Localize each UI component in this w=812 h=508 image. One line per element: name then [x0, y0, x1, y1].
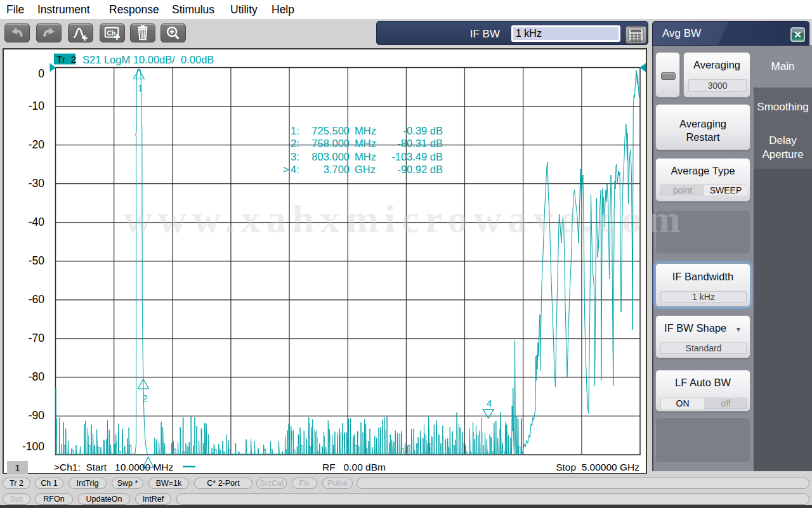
svg-text:GHz: GHz — [355, 164, 376, 175]
svg-text:0: 0 — [38, 67, 44, 80]
svg-text:RF 0.00 dBm: RF 0.00 dBm — [322, 462, 386, 472]
svg-text:MHz: MHz — [355, 151, 376, 162]
svg-text:-10: -10 — [29, 100, 45, 112]
svg-text:1: 1 — [138, 82, 143, 93]
svg-text:Tr 2: Tr 2 — [56, 54, 76, 65]
svg-text:-103.49 dB: -103.49 dB — [391, 151, 443, 162]
svg-text:758.000: 758.000 — [311, 138, 350, 149]
svg-text:-20: -20 — [29, 138, 45, 151]
svg-text:803.000: 803.000 — [311, 151, 350, 162]
svg-text:-80: -80 — [29, 370, 45, 383]
svg-text:-40: -40 — [29, 216, 45, 228]
svg-text:>Ch1: Start 10.0000 MHz: >Ch1: Start 10.0000 MHz — [54, 462, 173, 472]
svg-text:-90.92 dB: -90.92 dB — [397, 164, 443, 175]
svg-text:-90: -90 — [29, 409, 45, 422]
svg-text:2:: 2: — [291, 138, 299, 149]
svg-text:-80.31 dB: -80.31 dB — [397, 138, 443, 149]
svg-text:2: 2 — [143, 393, 148, 403]
svg-text:725.500: 725.500 — [311, 125, 350, 136]
svg-text:MHz: MHz — [355, 125, 376, 136]
svg-text:4: 4 — [487, 398, 492, 408]
svg-text:-100: -100 — [22, 440, 44, 453]
svg-text:4:: 4: — [291, 164, 299, 175]
svg-text:3.700: 3.700 — [324, 164, 350, 175]
svg-text:-50: -50 — [29, 254, 45, 267]
svg-text:1:: 1: — [291, 125, 299, 136]
svg-text:3:: 3: — [291, 151, 299, 162]
svg-text:-0.39 dB: -0.39 dB — [403, 125, 443, 136]
svg-text:-60: -60 — [29, 293, 45, 306]
svg-text:-30: -30 — [29, 177, 45, 190]
svg-text:-70: -70 — [29, 332, 45, 344]
svg-text:>: > — [283, 164, 289, 175]
svg-text:MHz: MHz — [355, 138, 376, 149]
svg-text:Stop 5.00000 GHz: Stop 5.00000 GHz — [556, 462, 639, 472]
svg-text:1: 1 — [15, 462, 20, 473]
svg-text:S21 LogM 10.00dB/ 0.00dB: S21 LogM 10.00dB/ 0.00dB — [82, 54, 214, 65]
